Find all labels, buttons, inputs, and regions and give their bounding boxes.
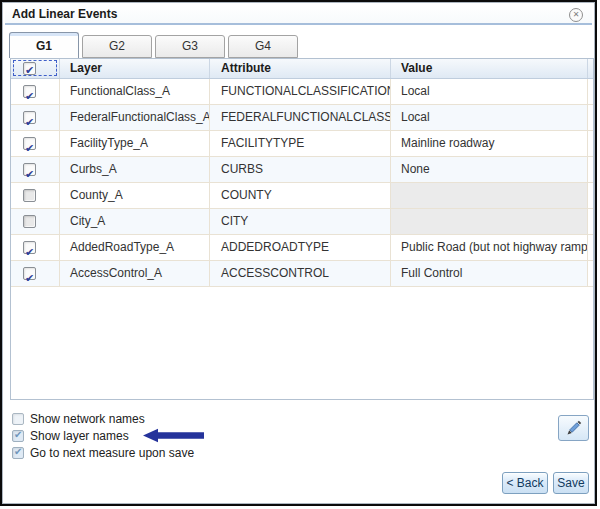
attribute-cell: CURBS (210, 157, 391, 182)
table-row[interactable]: City_A CITY (11, 209, 593, 235)
layer-cell: County_A (60, 183, 210, 208)
tab-g3[interactable]: G3 (155, 35, 225, 58)
value-cell: Local (391, 105, 588, 130)
select-all-checkbox[interactable] (23, 62, 36, 75)
option-row[interactable]: Show layer names (12, 427, 207, 444)
table-body: FunctionalClass_A FUNCTIONALCLASSIFICATI… (11, 79, 593, 287)
row-filler (588, 105, 593, 130)
table-row[interactable]: FacilityType_A FACILITYTYPE Mainline roa… (11, 131, 593, 157)
attribute-cell: CITY (210, 209, 391, 234)
layer-cell: AddedRoadType_A (60, 235, 210, 260)
tab-label: G1 (36, 39, 52, 53)
table-row[interactable]: AccessControl_A ACCESSCONTROL Full Contr… (11, 261, 593, 287)
tab-label: G2 (109, 39, 125, 53)
row-checkbox[interactable] (23, 85, 36, 98)
row-checkbox-cell (11, 183, 60, 208)
value-cell: Public Road (but not highway ramp) (391, 235, 588, 260)
row-checkbox-cell (11, 209, 60, 234)
edit-button[interactable] (558, 415, 589, 441)
select-all-cell (11, 59, 60, 78)
option-label: Show network names (30, 412, 145, 426)
value-cell: Mainline roadway (391, 131, 588, 156)
save-button[interactable]: Save (553, 472, 589, 494)
row-checkbox-cell (11, 79, 60, 104)
option-label: Show layer names (30, 429, 129, 443)
layer-cell: FacilityType_A (60, 131, 210, 156)
tab-g4[interactable]: G4 (228, 35, 298, 58)
title-bar: Add Linear Events ✕ (5, 5, 592, 25)
table-row[interactable]: County_A COUNTY (11, 183, 593, 209)
row-checkbox[interactable] (23, 189, 36, 202)
row-checkbox[interactable] (23, 241, 36, 254)
attribute-cell: FUNCTIONALCLASSIFICATION (210, 79, 391, 104)
row-checkbox-cell (11, 235, 60, 260)
row-filler (588, 79, 593, 104)
row-filler (588, 183, 593, 208)
row-filler (588, 131, 593, 156)
events-table: Layer Attribute Value FunctionalClass_A … (10, 58, 594, 400)
attribute-cell: FEDERALFUNCTIONALCLASS (210, 105, 391, 130)
left-arrow-icon (143, 428, 207, 443)
layer-cell: FederalFunctionalClass_A (60, 105, 210, 130)
tab-strip: G1G2G3G4 (9, 32, 298, 58)
column-header-attribute[interactable]: Attribute (210, 59, 391, 78)
attribute-cell: ACCESSCONTROL (210, 261, 391, 286)
layer-cell: FunctionalClass_A (60, 79, 210, 104)
row-checkbox[interactable] (23, 111, 36, 124)
option-checkbox[interactable] (12, 430, 24, 442)
dialog-title: Add Linear Events (12, 7, 117, 21)
table-row[interactable]: FunctionalClass_A FUNCTIONALCLASSIFICATI… (11, 79, 593, 105)
attribute-cell: ADDEDROADTYPE (210, 235, 391, 260)
option-checkbox[interactable] (12, 413, 24, 425)
table-row[interactable]: AddedRoadType_A ADDEDROADTYPE Public Roa… (11, 235, 593, 261)
row-checkbox[interactable] (23, 267, 36, 280)
value-cell: Local (391, 79, 588, 104)
row-checkbox-cell (11, 261, 60, 286)
row-checkbox-cell (11, 131, 60, 156)
row-filler (588, 235, 593, 260)
table-header-row: Layer Attribute Value (11, 59, 593, 79)
dialog-window: Add Linear Events ✕ G1G2G3G4 Layer Attri… (0, 0, 597, 506)
attribute-cell: COUNTY (210, 183, 391, 208)
layer-cell: City_A (60, 209, 210, 234)
close-icon[interactable]: ✕ (569, 8, 583, 22)
column-header-layer[interactable]: Layer (60, 59, 210, 78)
option-label: Go to next measure upon save (30, 446, 194, 460)
option-checkbox[interactable] (12, 447, 24, 459)
option-row[interactable]: Go to next measure upon save (12, 444, 207, 461)
table-row[interactable]: Curbs_A CURBS None (11, 157, 593, 183)
back-button[interactable]: < Back (502, 472, 548, 494)
row-checkbox-cell (11, 157, 60, 182)
attribute-cell: FACILITYTYPE (210, 131, 391, 156)
layer-cell: AccessControl_A (60, 261, 210, 286)
option-row[interactable]: Show network names (12, 410, 207, 427)
row-filler (588, 209, 593, 234)
value-cell: Full Control (391, 261, 588, 286)
tab-label: G4 (255, 39, 271, 53)
value-cell (391, 209, 588, 234)
value-cell (391, 183, 588, 208)
row-filler (588, 157, 593, 182)
row-filler (588, 261, 593, 286)
options-group: Show network names Show layer names Go t… (12, 410, 207, 461)
tab-g1[interactable]: G1 (9, 32, 79, 58)
row-checkbox[interactable] (23, 215, 36, 228)
tab-g2[interactable]: G2 (82, 35, 152, 58)
row-checkbox[interactable] (23, 137, 36, 150)
column-header-filler (588, 59, 593, 78)
value-cell: None (391, 157, 588, 182)
tab-label: G3 (182, 39, 198, 53)
layer-cell: Curbs_A (60, 157, 210, 182)
row-checkbox[interactable] (23, 163, 36, 176)
row-checkbox-cell (11, 105, 60, 130)
table-row[interactable]: FederalFunctionalClass_A FEDERALFUNCTION… (11, 105, 593, 131)
column-header-value[interactable]: Value (391, 59, 588, 78)
pencil-icon (566, 420, 582, 436)
